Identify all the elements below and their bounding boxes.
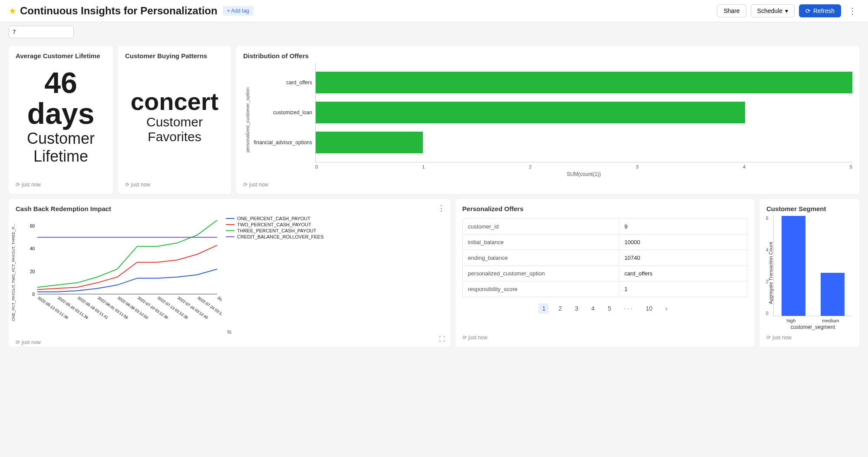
filter-input[interactable] — [9, 26, 74, 38]
table-value: 10740 — [619, 250, 747, 266]
page-link[interactable]: 3 — [571, 303, 582, 314]
expand-icon[interactable]: ⛶ — [439, 335, 445, 342]
page-link[interactable]: 5 — [604, 303, 615, 314]
legend-label: THREE_PERCENT_CASH_PAYOUT — [237, 228, 316, 233]
table-value: 1 — [619, 281, 747, 297]
y-tick: 0 — [766, 311, 769, 316]
bar — [782, 216, 805, 316]
hbar-row: customized_loan — [316, 99, 852, 126]
legend-item: ONE_PERCENT_CASH_PAYOUT — [226, 216, 323, 221]
legend-label: CREDIT_BALANCE_ROLLOVER_FEES — [237, 234, 323, 239]
chevron-down-icon: ▾ — [785, 7, 788, 14]
card-title: Distribution of Offers — [243, 52, 852, 60]
page-link[interactable]: · · · — [620, 303, 636, 314]
header-bar: ★ Continuous Insights for Personalizatio… — [0, 0, 868, 22]
legend-swatch — [226, 236, 234, 237]
table-row: responsibility_score1 — [462, 281, 747, 297]
card-footer: ⟳ just now — [766, 330, 852, 341]
card-footer: ⟳ just now — [16, 177, 106, 188]
page-title: Continuous Insights for Personalization — [20, 5, 218, 17]
refresh-icon: ⟳ — [125, 182, 129, 188]
x-tick: 1 — [422, 164, 425, 169]
legend-swatch — [226, 218, 234, 219]
svg-text:2022-08-18 03:13:16: 2022-08-18 03:13:16 — [217, 295, 221, 320]
x-axis-label: ts — [16, 329, 443, 335]
card-title: Customer Buying Patterns — [125, 52, 224, 60]
schedule-label: Schedule — [757, 7, 782, 14]
card-cashback: ⋮ Cash Back Redemption Impact ONE_PCT_PA… — [9, 199, 450, 347]
table-row: ending_balance10740 — [462, 250, 747, 266]
bar — [821, 273, 845, 316]
refresh-icon: ⟳ — [16, 339, 20, 345]
table-row: initial_balance10000 — [462, 235, 747, 250]
page-link[interactable]: 2 — [555, 303, 565, 314]
footer-text: just now — [22, 339, 41, 345]
x-tick: 4 — [743, 164, 746, 169]
bar — [316, 102, 745, 123]
page-link[interactable]: 10 — [642, 303, 656, 314]
table-key: responsibility_score — [462, 281, 619, 297]
share-button[interactable]: Share — [717, 4, 746, 17]
hbar-row: financial_advisor_options — [316, 129, 852, 156]
x-axis-label: SUM(count(1)) — [315, 169, 852, 177]
legend-item: CREDIT_BALANCE_ROLLOVER_FEES — [226, 234, 323, 239]
card-footer: ⟳ just now — [243, 177, 852, 188]
metric-sub: Customer Favorites — [125, 115, 224, 145]
hbar-chart: personalized_customer_option card_offers… — [243, 63, 852, 177]
legend-item: THREE_PERCENT_CASH_PAYOUT — [226, 228, 323, 233]
bar-category-label: financial_advisor_options — [251, 139, 316, 146]
refresh-icon: ⟳ — [805, 7, 811, 14]
table-row: customer_id9 — [462, 219, 747, 235]
card-footer: ⟳ just now — [125, 177, 224, 188]
footer-text: just now — [249, 182, 268, 188]
header-actions: Share Schedule ▾ ⟳ Refresh ⋮ — [717, 4, 859, 17]
offers-table: customer_id9initial_balance10000ending_b… — [462, 219, 747, 297]
refresh-button[interactable]: ⟳ Refresh — [799, 4, 841, 17]
filter-row — [0, 22, 868, 42]
star-icon[interactable]: ★ — [9, 6, 17, 16]
y-tick: 4 — [766, 248, 769, 252]
svg-text:20: 20 — [30, 269, 35, 274]
svg-text:40: 40 — [30, 246, 35, 251]
footer-text: just now — [772, 334, 792, 341]
y-axis-label: personalized_customer_option — [243, 63, 250, 177]
x-tick: medium — [822, 318, 839, 323]
footer-text: just now — [469, 334, 488, 341]
legend-swatch — [226, 224, 234, 225]
x-tick: 2 — [529, 164, 531, 169]
refresh-icon: ⟳ — [16, 182, 20, 188]
line-chart: 02040602022-05-13 03:11:362022-05-16 03:… — [22, 216, 221, 329]
card-title: Customer Segment — [766, 205, 852, 212]
add-tag-button[interactable]: + Add tag — [223, 6, 254, 16]
card-customer-segment: Customer Segment Aggregate Transaction C… — [759, 199, 859, 347]
chart-legend: ONE_PERCENT_CASH_PAYOUTTWO_PERCENT_CASH_… — [226, 216, 323, 329]
refresh-icon: ⟳ — [462, 334, 467, 341]
bar-category-label: card_offers — [251, 79, 316, 86]
card-title: Cash Back Redemption Impact — [16, 205, 443, 212]
page-link[interactable]: 4 — [588, 303, 598, 314]
kebab-menu-icon[interactable]: ⋮ — [845, 6, 859, 16]
x-axis-label: customer_segment — [773, 323, 852, 330]
card-buying-patterns: Customer Buying Patterns concert Custome… — [118, 46, 231, 194]
schedule-button[interactable]: Schedule ▾ — [751, 4, 795, 17]
page-next-icon[interactable]: › — [662, 303, 671, 314]
card-menu-icon[interactable]: ⋮ — [437, 203, 445, 213]
card-title: Average Customer Lifetime — [16, 52, 106, 60]
y-axis-ticks: 6420 — [766, 216, 769, 316]
bar — [316, 132, 423, 153]
x-axis-ticks: 012345 — [315, 162, 852, 169]
footer-text: just now — [131, 182, 150, 188]
table-value: card_offers — [619, 266, 747, 281]
y-axis-label: ONE_PCT_PAYOUT, TWO_PCT_PAYOUT, THREE_P.… — [11, 216, 16, 329]
svg-text:60: 60 — [30, 224, 35, 228]
card-footer: ⟳ just now — [16, 335, 443, 345]
dashboard: Average Customer Lifetime 46 days Custom… — [0, 42, 868, 351]
bar-category-label: customized_loan — [251, 109, 316, 116]
legend-label: ONE_PERCENT_CASH_PAYOUT — [237, 216, 310, 221]
page-link[interactable]: 1 — [538, 303, 549, 314]
metric-sub: Customer Lifetime — [16, 129, 106, 166]
table-value: 9 — [619, 219, 747, 235]
card-title: Personalized Offers — [462, 205, 747, 212]
card-footer: ⟳ just now — [462, 330, 747, 341]
x-tick: 3 — [636, 164, 639, 169]
